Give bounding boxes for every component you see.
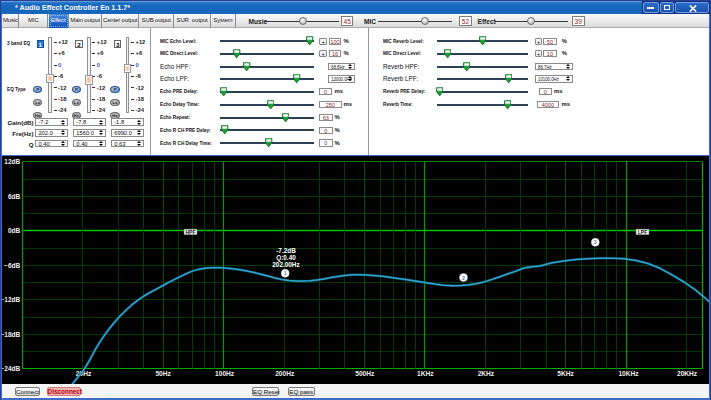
svg-text:50Hz: 50Hz <box>155 370 171 377</box>
svg-text:2: 2 <box>462 274 465 280</box>
svg-text:2KHz: 2KHz <box>478 370 495 377</box>
svg-text:-7.2dB: -7.2dB <box>276 247 296 254</box>
svg-text:200Hz: 200Hz <box>275 370 295 377</box>
svg-text:500Hz: 500Hz <box>355 370 375 377</box>
svg-text:5KHz: 5KHz <box>557 370 574 377</box>
svg-text:−18dB: −18dB <box>2 330 20 337</box>
svg-text:−24dB: −24dB <box>2 365 20 372</box>
svg-text:6dB: 6dB <box>8 192 21 199</box>
svg-text:HPF: HPF <box>186 228 196 234</box>
svg-text:0dB: 0dB <box>8 227 21 234</box>
svg-text:3: 3 <box>594 239 597 245</box>
svg-text:1: 1 <box>284 270 287 276</box>
svg-text:10KHz: 10KHz <box>618 370 639 377</box>
svg-text:−6dB: −6dB <box>4 261 20 268</box>
svg-text:20KHz: 20KHz <box>677 370 698 377</box>
svg-text:1KHz: 1KHz <box>417 370 434 377</box>
svg-text:−12dB: −12dB <box>2 296 20 303</box>
svg-text:LPF: LPF <box>638 228 647 234</box>
svg-text:12dB: 12dB <box>4 158 20 165</box>
svg-text:202.00Hz: 202.00Hz <box>272 261 299 268</box>
svg-text:100Hz: 100Hz <box>215 370 235 377</box>
